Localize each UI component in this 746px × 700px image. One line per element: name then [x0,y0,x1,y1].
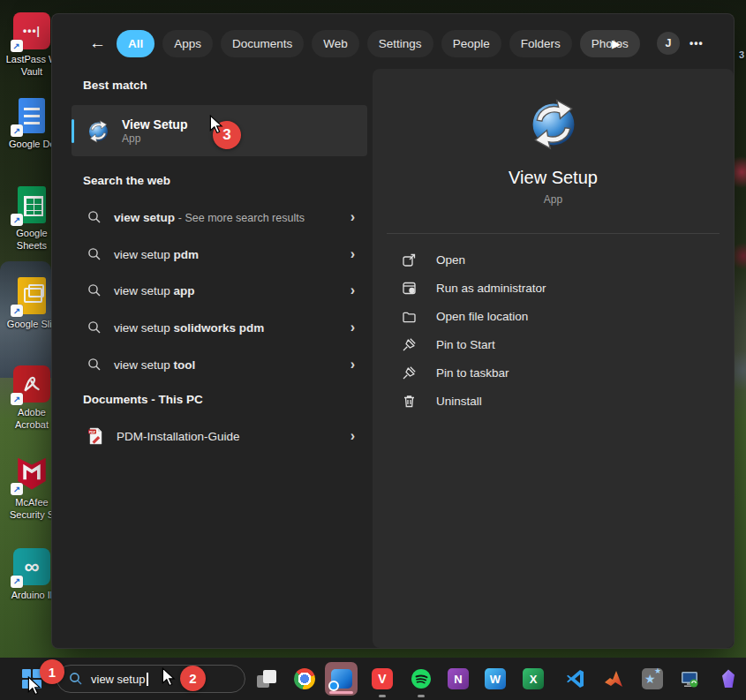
matlab-icon[interactable] [603,668,624,689]
chevron-right-icon: › [350,320,355,335]
action-pin-to-taskbar[interactable]: Pin to taskbar [373,358,734,387]
onenote-icon[interactable]: N [448,668,469,689]
desktop-edge-label: 3 [739,49,744,60]
best-match-subtitle: App [122,132,187,146]
sync-app-icon-large [527,97,580,150]
arduino-icon: ∞ ↗ [13,548,50,585]
action-run-as-administrator[interactable]: Run as administrator [373,274,734,302]
web-suggestion[interactable]: view setup pdm › [72,238,367,270]
desktop-icon-google-slides[interactable]: ↗ Google Slic [5,277,58,330]
trash-icon [402,394,417,409]
tab-web[interactable]: Web [312,30,359,57]
cursor-pointer [26,676,42,695]
tab-settings[interactable]: Settings [367,30,433,57]
best-match-header: Best match [83,79,147,92]
document-title: PDM-Installation-Guide [117,430,240,443]
search-icon [69,672,83,686]
desktop-icon-label: Google Dc [9,138,55,150]
shortcut-arrow-icon: ↗ [11,576,23,588]
vivaldi-icon[interactable]: V [372,668,393,689]
sync-app-icon [87,119,110,143]
taskbar-search-input[interactable]: view setup [91,673,145,686]
cursor-pointer [161,667,177,686]
shortcut-arrow-icon: ↗ [11,40,23,52]
shortcut-arrow-icon: ↗ [11,124,23,137]
chevron-right-icon: › [350,209,355,225]
ellipsis-icon: ••• [689,37,704,49]
chevron-right-icon: › [350,246,355,262]
adobe-acrobat-icon: ↗ [13,365,50,403]
outlook-active-tile[interactable] [325,662,358,696]
tab-apps[interactable]: Apps [162,30,213,57]
web-suggestion[interactable]: view setup tool › [72,349,367,380]
back-arrow-icon: ← [89,34,106,53]
search-icon [87,210,102,224]
google-slides-icon: ↗ [13,277,50,314]
tab-people[interactable]: People [441,30,501,57]
web-suggestion[interactable]: view setup - See more search results › [72,201,367,233]
google-sheets-icon: ↗ [13,186,50,223]
text-caret [147,673,148,686]
annotation-step-2: 2 [180,666,206,691]
desktop-icon-google-sheets[interactable]: ↗ GoogleSheets [5,186,58,252]
preview-divider [387,233,720,234]
obsidian-icon[interactable] [718,668,739,689]
chevron-right-icon: › [350,428,355,444]
search-icon [87,283,102,297]
shortcut-arrow-icon: ↗ [11,483,23,495]
desktop-icon-label: Google Slic [7,318,57,330]
tab-all[interactable]: All [117,30,154,57]
stars-app-icon[interactable]: ★★ [642,668,663,689]
web-section-header: Search the web [83,174,170,187]
desktop-icon-label: LastPass WVault [6,53,58,78]
taskbar-search-box[interactable]: view setup [57,665,245,693]
preview-app-title: View Setup [373,168,734,188]
options-menu-button[interactable]: ••• [689,28,704,58]
spotify-icon[interactable] [411,668,432,689]
excel-icon[interactable]: X [523,668,544,689]
desktop-icon-mcafee[interactable]: ↗ McAfeeSecurity S [5,455,58,521]
desktop-icon-label: McAfeeSecurity S [10,496,54,521]
action-uninstall[interactable]: Uninstall [373,387,734,415]
search-icon [87,247,102,261]
word-icon[interactable]: W [485,668,506,689]
svg-text:PDF: PDF [89,431,96,434]
desktop-icon-google-docs[interactable]: ↗ Google Dc [5,97,58,150]
remote-desktop-icon[interactable] [679,668,700,689]
desktop-icon-lastpass[interactable]: •••| ↗ LastPass WVault [5,12,58,78]
start-search-window: ← All Apps Documents Web Settings People… [51,13,735,649]
annotation-step-1: 1 [40,659,64,684]
best-match-title: View Setup [122,117,187,132]
desktop-icon-adobe-acrobat[interactable]: ↗ AdobeAcrobat [5,365,58,431]
documents-section-header: Documents - This PC [83,393,203,406]
account-avatar[interactable]: J [657,32,680,55]
folder-icon [402,309,417,324]
action-pin-to-start[interactable]: Pin to Start [373,330,734,358]
tab-folders[interactable]: Folders [509,30,572,57]
running-indicator [418,695,425,697]
tab-photos[interactable]: Photos [580,30,640,57]
google-docs-icon: ↗ [13,97,50,134]
desktop-icon-arduino[interactable]: ∞ ↗ Arduino Il [5,548,58,601]
back-button[interactable]: ← [89,28,106,58]
document-result[interactable]: PDF PDM-Installation-Guide › [72,420,367,452]
action-open-file-location[interactable]: Open file location [373,302,734,330]
action-open[interactable]: Open [373,245,734,274]
search-icon [87,358,102,372]
more-tabs-button[interactable]: ▶ [612,28,621,58]
chevron-right-icon: › [350,357,355,373]
outlook-icon [331,669,352,689]
pin-icon [402,365,417,380]
task-view-button[interactable] [256,668,277,689]
chrome-icon[interactable] [294,668,315,689]
web-suggestion[interactable]: view setup solidworks pdm › [72,312,367,343]
vscode-icon[interactable] [565,668,586,689]
run-as-admin-icon [402,281,417,296]
tab-documents[interactable]: Documents [221,30,304,57]
desktop-icon-label: AdobeAcrobat [15,406,49,431]
play-icon: ▶ [612,37,621,50]
web-suggestion[interactable]: view setup app › [72,275,367,306]
lastpass-icon: •••| ↗ [13,12,50,49]
open-icon [402,252,417,267]
preview-app-subtitle: App [373,193,734,206]
